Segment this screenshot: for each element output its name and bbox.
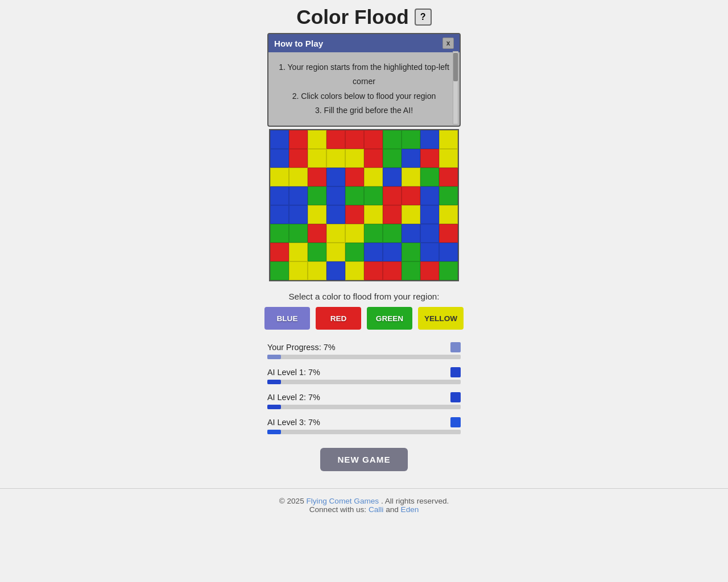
progress-row-0: Your Progress: 7% bbox=[267, 342, 461, 359]
grid-cell bbox=[345, 243, 364, 261]
footer: © 2025 Flying Comet Games . All rights r… bbox=[0, 488, 728, 522]
grid-cell bbox=[364, 205, 383, 224]
new-game-button[interactable]: NEW GAME bbox=[320, 448, 407, 471]
modal-header: How to Play x bbox=[268, 34, 460, 52]
rights-text: . All rights reserved. bbox=[381, 497, 449, 505]
grid-cell bbox=[345, 224, 364, 243]
grid-cell bbox=[364, 261, 383, 280]
select-color-label: Select a color to flood from your region… bbox=[288, 292, 439, 301]
grid-cell bbox=[383, 243, 402, 261]
grid-cell bbox=[289, 149, 308, 168]
grid-cell bbox=[364, 149, 383, 168]
footer-copyright: © 2025 Flying Comet Games . All rights r… bbox=[8, 497, 720, 505]
grid-cell bbox=[345, 261, 364, 280]
progress-row-2: AI Level 2: 7% bbox=[267, 392, 461, 409]
grid-cell bbox=[420, 205, 439, 224]
grid-cell bbox=[270, 130, 289, 149]
grid-cell bbox=[326, 149, 345, 168]
grid-cell bbox=[439, 261, 458, 280]
grid-cell bbox=[364, 186, 383, 205]
grid-cell bbox=[383, 168, 402, 186]
grid-cell bbox=[345, 186, 364, 205]
color-button-red[interactable]: RED bbox=[316, 307, 361, 330]
grid-cell bbox=[383, 224, 402, 243]
grid-cell bbox=[308, 224, 326, 243]
grid-cell bbox=[326, 205, 345, 224]
grid-cell bbox=[270, 224, 289, 243]
grid-cell bbox=[270, 261, 289, 280]
grid-cell bbox=[420, 261, 439, 280]
calli-link[interactable]: Calli bbox=[369, 505, 383, 514]
grid-cell bbox=[270, 205, 289, 224]
grid-cell bbox=[383, 130, 402, 149]
grid-cell bbox=[420, 224, 439, 243]
progress-label-row-3: AI Level 3: 7% bbox=[267, 417, 461, 427]
grid-cell bbox=[402, 205, 420, 224]
progress-label-row-1: AI Level 1: 7% bbox=[267, 367, 461, 377]
grid-cell bbox=[308, 243, 326, 261]
grid-cell bbox=[402, 130, 420, 149]
grid-cell bbox=[326, 186, 345, 205]
game-title: Color Flood bbox=[296, 6, 408, 28]
grid-cell bbox=[270, 168, 289, 186]
progress-bar-fill-2 bbox=[267, 405, 281, 409]
grid-cell bbox=[326, 261, 345, 280]
progress-label-2: AI Level 2: 7% bbox=[267, 393, 320, 402]
modal-title: How to Play bbox=[274, 39, 323, 48]
modal-scrollbar[interactable] bbox=[453, 51, 458, 124]
progress-bar-bg-1 bbox=[267, 380, 461, 384]
game-grid bbox=[269, 129, 459, 281]
grid-cell bbox=[308, 149, 326, 168]
progress-label-3: AI Level 3: 7% bbox=[267, 418, 320, 427]
grid-cell bbox=[364, 243, 383, 261]
grid-cell bbox=[439, 168, 458, 186]
grid-cell bbox=[439, 224, 458, 243]
progress-row-3: AI Level 3: 7% bbox=[267, 417, 461, 434]
footer-connect: Connect with us: Calli and Eden bbox=[8, 505, 720, 514]
grid-cell bbox=[308, 168, 326, 186]
grid-cell bbox=[420, 186, 439, 205]
grid-cell bbox=[289, 168, 308, 186]
copyright-text: © 2025 bbox=[279, 497, 304, 505]
progress-label-row-0: Your Progress: 7% bbox=[267, 342, 461, 352]
grid-cell bbox=[402, 224, 420, 243]
grid-cell bbox=[420, 130, 439, 149]
progress-color-box-3 bbox=[450, 417, 461, 427]
grid-cell bbox=[439, 205, 458, 224]
color-button-blue[interactable]: BLUE bbox=[264, 307, 310, 330]
progress-section: Your Progress: 7%AI Level 1: 7%AI Level … bbox=[267, 342, 461, 442]
progress-label-row-2: AI Level 2: 7% bbox=[267, 392, 461, 402]
eden-link[interactable]: Eden bbox=[401, 505, 419, 514]
progress-bar-bg-0 bbox=[267, 355, 461, 359]
help-button[interactable]: ? bbox=[415, 9, 432, 26]
instruction-1: 1. Your region starts from the highlight… bbox=[278, 60, 450, 89]
grid-cell bbox=[364, 224, 383, 243]
company-link[interactable]: Flying Comet Games bbox=[307, 497, 379, 505]
modal-close-button[interactable]: x bbox=[442, 38, 454, 49]
grid-cell bbox=[383, 205, 402, 224]
grid-cell bbox=[420, 149, 439, 168]
grid-cell bbox=[308, 261, 326, 280]
progress-label-0: Your Progress: 7% bbox=[267, 343, 335, 352]
grid-cell bbox=[345, 205, 364, 224]
grid-cell bbox=[364, 168, 383, 186]
grid-cell bbox=[439, 149, 458, 168]
app: Color Flood ? How to Play x 1. Your regi… bbox=[0, 0, 728, 522]
color-button-green[interactable]: GREEN bbox=[367, 307, 412, 330]
color-button-yellow[interactable]: YELLOW bbox=[418, 307, 464, 330]
grid-cell bbox=[270, 149, 289, 168]
grid-cell bbox=[289, 130, 308, 149]
progress-bar-bg-2 bbox=[267, 405, 461, 409]
grid-cell bbox=[402, 149, 420, 168]
scrollbar-thumb bbox=[453, 53, 458, 81]
title-row: Color Flood ? bbox=[296, 6, 431, 28]
grid-cell bbox=[308, 130, 326, 149]
grid-cell bbox=[326, 224, 345, 243]
grid-cell bbox=[439, 243, 458, 261]
progress-label-1: AI Level 1: 7% bbox=[267, 368, 320, 377]
progress-color-box-2 bbox=[450, 392, 461, 402]
instruction-3: 3. Fill the grid before the AI! bbox=[278, 103, 450, 118]
grid-cell bbox=[270, 243, 289, 261]
grid-cell bbox=[289, 205, 308, 224]
progress-color-box-0 bbox=[450, 342, 461, 352]
